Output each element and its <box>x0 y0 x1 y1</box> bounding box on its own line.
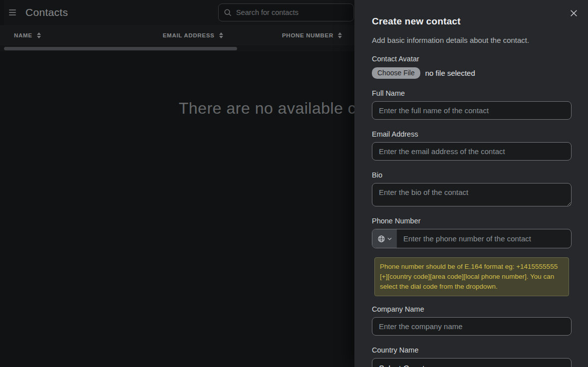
phone-field-group: Phone Number <box>372 217 572 248</box>
bio-field-group: Bio <box>372 172 572 206</box>
avatar-field-group: Contact Avatar Choose File no file selec… <box>372 55 572 79</box>
drawer-title: Create new contact <box>372 16 572 26</box>
dial-code-dropdown[interactable] <box>372 229 397 248</box>
close-button[interactable] <box>569 8 579 18</box>
full-name-label: Full Name <box>372 90 572 97</box>
bio-label: Bio <box>372 172 572 179</box>
email-field-group: Email Address <box>372 131 572 161</box>
drawer-subtitle: Add basic information details about the … <box>372 36 572 44</box>
globe-icon <box>377 235 385 243</box>
chevron-down-icon <box>387 237 392 240</box>
phone-label: Phone Number <box>372 217 572 225</box>
avatar-label: Contact Avatar <box>372 55 572 63</box>
close-icon <box>570 9 578 17</box>
file-status-text: no file selected <box>425 69 475 77</box>
full-name-input[interactable] <box>372 101 572 120</box>
email-label: Email Address <box>372 131 572 138</box>
email-input[interactable] <box>372 142 572 161</box>
company-field-group: Company Name <box>372 306 572 336</box>
country-select[interactable]: Select Country <box>372 358 572 367</box>
country-select-value: Select Country <box>379 365 431 367</box>
phone-input[interactable] <box>397 229 571 248</box>
choose-file-button[interactable]: Choose File <box>372 67 420 79</box>
bio-textarea[interactable] <box>372 183 572 206</box>
full-name-field-group: Full Name <box>372 90 572 120</box>
create-contact-drawer: Create new contact Add basic information… <box>354 0 588 367</box>
country-field-group: Country Name Select Country <box>372 347 572 367</box>
phone-format-hint: Phone number should be of E.164 format e… <box>374 257 569 296</box>
company-label: Company Name <box>372 306 572 313</box>
file-upload-control: Choose File no file selected <box>372 67 572 79</box>
country-label: Country Name <box>372 347 572 354</box>
phone-input-control <box>372 229 572 248</box>
company-input[interactable] <box>372 317 572 336</box>
